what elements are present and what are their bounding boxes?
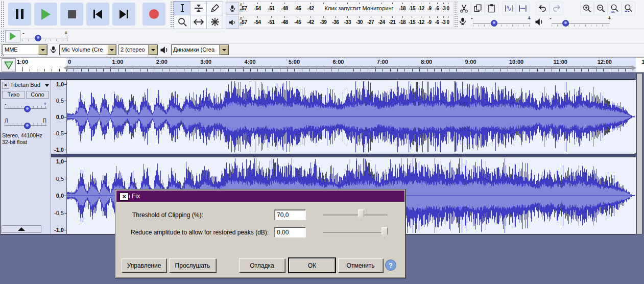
skip-to-end-button[interactable] bbox=[112, 3, 135, 26]
track-close-button[interactable]: × bbox=[2, 82, 9, 89]
vertical-scrollbar[interactable] bbox=[636, 73, 642, 234]
vertical-ruler-channel-1[interactable]: 1,00,50,0-0,5-1,0 bbox=[51, 80, 67, 154]
pinned-play-head-button[interactable] bbox=[2, 58, 16, 72]
ruler-tick bbox=[309, 69, 309, 72]
skip-to-start-button[interactable] bbox=[86, 3, 109, 26]
record-volume-slider[interactable] bbox=[473, 23, 530, 23]
copy-button[interactable] bbox=[471, 2, 485, 15]
reduce-amplitude-slider[interactable] bbox=[323, 232, 388, 234]
cut-button[interactable] bbox=[457, 2, 471, 15]
toolbar-grip[interactable] bbox=[1, 1, 4, 28]
ruler-tick bbox=[346, 69, 346, 72]
silence-audio-button[interactable] bbox=[516, 2, 530, 15]
undo-button[interactable] bbox=[536, 2, 550, 15]
play-speed-slider[interactable] bbox=[22, 38, 68, 38]
debug-button[interactable]: Отладка bbox=[239, 258, 285, 272]
toolbar-grip[interactable] bbox=[170, 1, 174, 28]
zoom-in-button[interactable] bbox=[580, 2, 594, 15]
meter-tick bbox=[402, 16, 403, 18]
gain-slider[interactable]: - + bbox=[4, 102, 47, 111]
manage-button[interactable]: Управление bbox=[122, 258, 166, 272]
stop-button[interactable] bbox=[60, 3, 83, 26]
waveform-channel-1[interactable] bbox=[67, 80, 636, 153]
preview-button[interactable]: Прослушать bbox=[169, 258, 216, 272]
audacity-window: Л П -57-54-51-48-45-42-18-15-12-9-6-30Кл… bbox=[0, 0, 644, 284]
reduce-amplitude-slider-thumb[interactable] bbox=[381, 227, 388, 238]
toolbar-grip[interactable] bbox=[1, 30, 4, 42]
meter-tick bbox=[359, 16, 360, 18]
threshold-slider-thumb[interactable] bbox=[358, 209, 364, 220]
timeline-ruler[interactable]: 1:00 01:002:003:004:005:006:007:008:009:… bbox=[0, 57, 644, 73]
quick-play-bar[interactable] bbox=[66, 66, 632, 69]
gain-thumb[interactable] bbox=[24, 106, 31, 112]
solo-button[interactable]: Соло bbox=[26, 91, 49, 99]
record-button[interactable] bbox=[142, 3, 165, 26]
ruler-tick bbox=[228, 69, 229, 72]
recording-meter-button[interactable] bbox=[226, 2, 239, 15]
envelope-icon bbox=[194, 3, 204, 13]
paste-button[interactable] bbox=[485, 2, 498, 15]
dialog-titlebar[interactable]: Clip Fix × bbox=[116, 191, 404, 202]
draw-tool-button[interactable] bbox=[206, 1, 223, 15]
zoom-fit-button[interactable] bbox=[622, 2, 635, 15]
meter-tick bbox=[443, 3, 444, 4]
quick-play-right-arrow-icon bbox=[632, 65, 636, 70]
ok-button[interactable]: ОК bbox=[289, 258, 335, 272]
close-button[interactable]: × bbox=[120, 193, 129, 201]
pause-button[interactable] bbox=[8, 3, 31, 26]
play-at-speed-button[interactable] bbox=[5, 30, 20, 42]
playback-volume-min-label: - bbox=[550, 15, 552, 21]
ruler-tick bbox=[603, 69, 604, 72]
stop-icon bbox=[68, 10, 76, 18]
meter-scale-label: -42 bbox=[307, 6, 314, 11]
play-button[interactable] bbox=[34, 3, 57, 26]
recording-channels-select[interactable]: 2 (стерео bbox=[118, 44, 158, 55]
trim-audio-button[interactable] bbox=[502, 2, 516, 15]
ruler-tick bbox=[125, 69, 126, 72]
meter-scale-label: 0 bbox=[446, 6, 449, 11]
zoom-out-button[interactable] bbox=[594, 2, 608, 15]
dropdown-arrow-icon bbox=[107, 45, 116, 55]
track-bitdepth-line: 32-bit float bbox=[2, 139, 42, 146]
cancel-button[interactable]: Отменить bbox=[338, 258, 383, 272]
ruler-tick bbox=[257, 69, 258, 72]
playback-meter[interactable]: Л П -57-54-51-48-45-42-39-36-33-30-27-24… bbox=[225, 15, 454, 28]
redo-button[interactable] bbox=[550, 2, 563, 15]
help-button[interactable]: ? bbox=[385, 259, 396, 271]
multi-tool-button[interactable] bbox=[206, 15, 223, 29]
envelope-tool-button[interactable] bbox=[190, 1, 207, 15]
meter-scale-label: -24 bbox=[378, 19, 385, 25]
track-title-menu[interactable]: Tibetan Bud bbox=[10, 82, 50, 89]
meter-scale-label: -9 bbox=[427, 6, 432, 11]
time-shift-tool-button[interactable] bbox=[190, 15, 207, 29]
pan-slider[interactable]: Л П bbox=[4, 119, 47, 128]
playback-volume-thumb[interactable] bbox=[562, 20, 569, 27]
threshold-slider[interactable] bbox=[323, 215, 388, 216]
vertical-ruler-tick bbox=[64, 101, 66, 101]
threshold-input[interactable] bbox=[274, 209, 306, 220]
track-collapse-button[interactable] bbox=[2, 225, 41, 233]
trim-audio-icon bbox=[504, 4, 514, 13]
meter-scale-label: -15 bbox=[409, 19, 415, 25]
zoom-tool-button[interactable] bbox=[174, 15, 190, 29]
reduce-amplitude-input[interactable] bbox=[274, 227, 306, 238]
meter-tick bbox=[359, 3, 360, 4]
zoom-to-selection-button[interactable] bbox=[608, 2, 622, 15]
recording-device-select[interactable]: Mic Volume (Cre bbox=[59, 44, 116, 55]
meter-tick bbox=[402, 3, 403, 4]
ruler-tick bbox=[478, 69, 479, 72]
mute-button[interactable]: Тихо bbox=[2, 91, 25, 99]
meter-scale-label: -57 bbox=[240, 19, 247, 25]
recording-meter[interactable]: Л П -57-54-51-48-45-42-18-15-12-9-6-30Кл… bbox=[225, 1, 454, 14]
playback-device-select[interactable]: Динамики (Crea bbox=[171, 44, 229, 55]
selection-tool-button[interactable] bbox=[174, 1, 190, 15]
playback-volume-slider[interactable] bbox=[552, 23, 610, 23]
playback-meter-button[interactable] bbox=[226, 16, 239, 29]
ruler-tick bbox=[581, 69, 582, 72]
vertical-ruler-tick bbox=[64, 161, 66, 162]
vertical-ruler-channel-2[interactable]: 1,00,50,0-0,5-1,0 bbox=[51, 157, 67, 234]
audio-host-select[interactable]: MME bbox=[3, 44, 47, 55]
ruler-tick bbox=[390, 69, 391, 72]
pan-thumb[interactable] bbox=[24, 123, 31, 129]
play-speed-thumb[interactable] bbox=[35, 35, 41, 41]
